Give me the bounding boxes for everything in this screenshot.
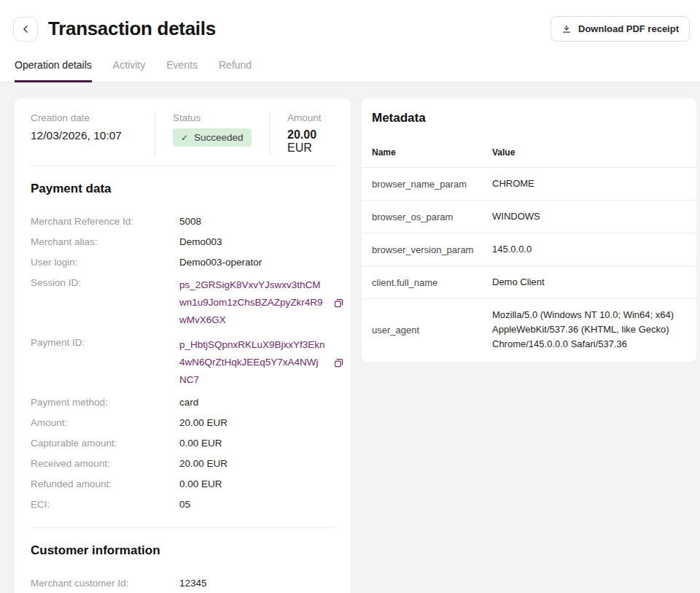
- download-pdf-receipt-button[interactable]: Download PDF receipt: [551, 16, 690, 42]
- field-value: 0.00 EUR: [179, 437, 222, 450]
- field-value: card: [179, 396, 198, 409]
- back-button[interactable]: [13, 17, 38, 42]
- field-label: Payment ID:: [31, 336, 179, 349]
- field-row-eci: ECI: 05: [31, 498, 335, 511]
- divider: [31, 527, 335, 528]
- checkmark-icon: ✓: [181, 133, 188, 143]
- metadata-value: CHROME: [492, 177, 534, 191]
- field-value: 05: [179, 498, 190, 511]
- field-value: 0.00 EUR: [179, 478, 222, 491]
- copy-icon[interactable]: [333, 298, 344, 309]
- field-label: Merchant Reference Id:: [31, 215, 179, 228]
- field-label: Amount:: [31, 416, 179, 430]
- field-label: Received amount:: [31, 457, 179, 470]
- table-row: browser_os_param WINDOWS: [362, 200, 696, 233]
- field-label: Capturable amount:: [31, 437, 179, 450]
- field-label: Refunded amount:: [31, 478, 179, 491]
- field-row-refunded-amount: Refunded amount: 0.00 EUR: [31, 478, 335, 491]
- field-row-payment-method: Payment method: card: [31, 396, 335, 409]
- field-row-received-amount: Received amount: 20.00 EUR: [31, 457, 335, 470]
- field-value: 20.00 EUR: [179, 416, 228, 430]
- metadata-value: 145.0.0.0: [492, 242, 532, 257]
- field-label: User login:: [31, 256, 179, 269]
- page-header: Transaction details Download PDF receipt…: [0, 0, 700, 82]
- table-row: user_agent Mozilla/5.0 (Windows NT 10.0;…: [362, 298, 696, 360]
- metadata-value: Demo Client: [492, 275, 545, 290]
- payment-data-heading: Payment data: [31, 182, 335, 196]
- amount-label: Amount: [287, 112, 322, 123]
- amount-block: Amount 20.00 EUR: [270, 112, 336, 155]
- metadata-name: user_agent: [372, 325, 492, 336]
- field-value: Demo003-operator: [179, 256, 262, 269]
- field-row-amount: Amount: 20.00 EUR: [31, 416, 335, 430]
- creation-date-label: Creation date: [31, 112, 140, 123]
- field-label: Merchant customer Id:: [31, 577, 179, 590]
- field-row-merchant-alias: Merchant alias: Demo003: [31, 236, 335, 249]
- field-row-merchant-reference-id: Merchant Reference Id: 5008: [31, 215, 335, 228]
- status-label: Status: [173, 112, 254, 123]
- summary-row: Creation date 12/03/2026, 10:07 Status ✓…: [31, 112, 335, 155]
- column-header-value: Value: [492, 147, 515, 158]
- tab-operation-details[interactable]: Operation details: [15, 59, 92, 82]
- creation-date-value: 12/03/2026, 10:07: [31, 129, 140, 142]
- metadata-name: browser_os_param: [372, 212, 492, 222]
- amount-number: 20.00: [287, 128, 316, 141]
- operation-details-card: Creation date 12/03/2026, 10:07 Status ✓…: [15, 98, 351, 593]
- amount-value: 20.00 EUR: [287, 128, 322, 155]
- table-row: client.full_name Demo Client: [362, 266, 696, 298]
- metadata-value: Mozilla/5.0 (Windows NT 10.0; Win64; x64…: [492, 308, 679, 352]
- metadata-name: browser_version_param: [372, 244, 492, 255]
- field-value: 20.00 EUR: [179, 457, 228, 470]
- metadata-value: WINDOWS: [492, 209, 540, 224]
- status-badge: ✓ Succeeded: [173, 128, 252, 147]
- table-row: browser_name_param CHROME: [362, 167, 696, 200]
- column-header-name: Name: [372, 147, 492, 158]
- main-content: Creation date 12/03/2026, 10:07 Status ✓…: [0, 82, 700, 593]
- table-row: browser_version_param 145.0.0.0: [362, 233, 696, 266]
- field-label: ECI:: [31, 498, 179, 511]
- copy-icon[interactable]: [333, 357, 344, 368]
- metadata-table-header: Name Value: [362, 125, 696, 167]
- tab-events[interactable]: Events: [166, 59, 198, 82]
- field-row-payment-id: Payment ID: p_HbtjSQpnxRKLuX9BjxxYf3Ekn4…: [31, 336, 335, 389]
- chevron-left-icon: [20, 23, 31, 35]
- download-icon: [561, 24, 572, 34]
- metadata-name: client.full_name: [372, 277, 492, 288]
- field-row-user-login: User login: Demo003-operator: [31, 256, 335, 269]
- tab-bar: Operation details Activity Events Refund: [0, 59, 700, 82]
- metadata-name: browser_name_param: [372, 179, 492, 190]
- metadata-heading: Metadata: [362, 98, 696, 125]
- field-row-capturable-amount: Capturable amount: 0.00 EUR: [31, 437, 335, 450]
- metadata-card: Metadata Name Value browser_name_param C…: [362, 98, 696, 362]
- session-id-link[interactable]: ps_2GRSigK8VxvYJswxv3thCMwn1u9Jom1zChsBZ…: [179, 276, 325, 329]
- page-title: Transaction details: [48, 18, 216, 40]
- status-block: Status ✓ Succeeded: [155, 112, 270, 155]
- field-row-merchant-customer-id: Merchant customer Id: 12345: [31, 577, 335, 590]
- tab-refund[interactable]: Refund: [219, 59, 252, 82]
- field-value: 12345: [179, 577, 207, 590]
- customer-information-heading: Customer information: [31, 543, 335, 558]
- divider: [31, 166, 335, 166]
- field-value: 5008: [179, 215, 201, 228]
- field-label: Payment method:: [31, 396, 179, 409]
- status-value: Succeeded: [194, 132, 244, 143]
- field-row-session-id: Session ID: ps_2GRSigK8VxvYJswxv3thCMwn1…: [31, 276, 335, 329]
- download-button-label: Download PDF receipt: [578, 23, 679, 34]
- field-label: Session ID:: [31, 276, 179, 290]
- field-value: Demo003: [179, 236, 222, 249]
- creation-date-block: Creation date 12/03/2026, 10:07: [31, 112, 155, 155]
- amount-currency: EUR: [287, 142, 312, 154]
- field-label: Merchant alias:: [31, 236, 179, 249]
- payment-id-link[interactable]: p_HbtjSQpnxRKLuX9BjxxYf3Ekn4wN6QrZtHqkJE…: [179, 336, 325, 389]
- tab-activity[interactable]: Activity: [113, 59, 145, 82]
